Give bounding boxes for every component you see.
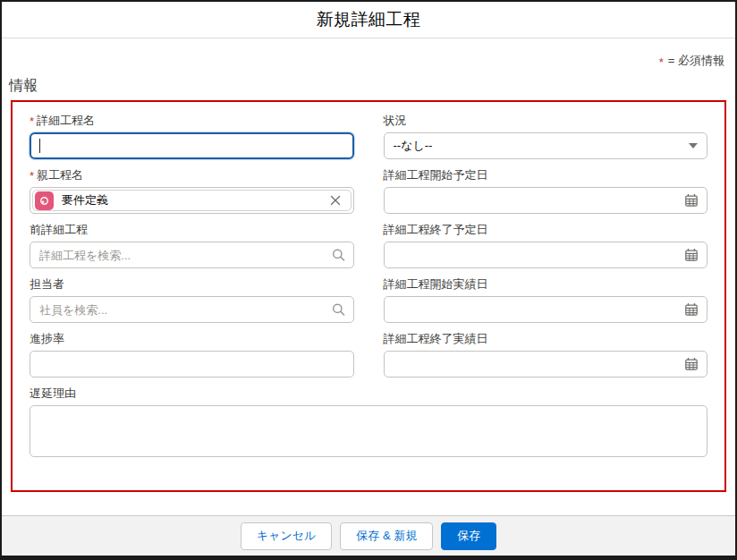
planned-end-date-input[interactable] bbox=[384, 242, 708, 268]
save-button[interactable]: 保存 bbox=[441, 522, 496, 550]
remove-pill-button[interactable] bbox=[327, 192, 343, 208]
field-label: 遅延理由 bbox=[30, 386, 707, 402]
field-status: 状況 --なし-- bbox=[384, 113, 708, 159]
selected-record-pill[interactable]: 要件定義 bbox=[32, 190, 352, 211]
modal-header: 新規詳細工程 bbox=[2, 2, 735, 38]
actual-end-date-input[interactable] bbox=[384, 351, 708, 378]
section-title-information: 情報 bbox=[2, 72, 735, 99]
pill-record-name: 要件定義 bbox=[62, 192, 327, 208]
field-progress-rate: 進捗率 bbox=[30, 331, 354, 378]
field-planned-end-date: 詳細工程終了予定日 bbox=[384, 222, 708, 268]
actual-start-date-input[interactable] bbox=[384, 296, 708, 323]
required-asterisk: * bbox=[30, 115, 34, 128]
calendar-icon[interactable] bbox=[684, 302, 699, 317]
status-selected-value: --なし-- bbox=[394, 138, 690, 154]
field-label: 詳細工程終了実績日 bbox=[384, 331, 708, 347]
field-parent-process: * 親工程名 要件定義 bbox=[30, 167, 354, 214]
text-caret bbox=[39, 139, 40, 153]
field-previous-detail-process: 前詳細工程 bbox=[30, 222, 354, 268]
field-label: 担当者 bbox=[30, 276, 354, 293]
chevron-down-icon bbox=[689, 143, 698, 148]
parent-process-lookup: 要件定義 bbox=[30, 187, 354, 214]
field-label: * 詳細工程名 bbox=[30, 113, 354, 129]
required-asterisk: * bbox=[659, 55, 664, 69]
field-label: 前詳細工程 bbox=[30, 222, 354, 238]
previous-detail-process-search-input[interactable] bbox=[30, 242, 354, 268]
modal-footer: キャンセル 保存 & 新規 保存 bbox=[2, 515, 735, 556]
field-assignee: 担当者 bbox=[30, 276, 354, 323]
required-note-text: = 必須情報 bbox=[668, 53, 724, 69]
detail-process-name-input[interactable] bbox=[30, 132, 354, 159]
calendar-icon[interactable] bbox=[684, 193, 699, 208]
field-label: 詳細工程開始予定日 bbox=[384, 167, 708, 183]
form-grid: * 詳細工程名 状況 --なし-- bbox=[30, 113, 707, 461]
form-highlight-box: * 詳細工程名 状況 --なし-- bbox=[11, 100, 726, 492]
field-delay-reason: 遅延理由 bbox=[30, 386, 707, 461]
field-planned-start-date: 詳細工程開始予定日 bbox=[384, 167, 708, 214]
field-detail-process-name: * 詳細工程名 bbox=[30, 113, 354, 159]
field-label: 状況 bbox=[384, 113, 708, 129]
progress-rate-input[interactable] bbox=[30, 351, 354, 378]
footer-spacer bbox=[2, 492, 735, 515]
close-icon bbox=[329, 194, 342, 207]
cancel-button[interactable]: キャンセル bbox=[241, 522, 333, 550]
field-label: 詳細工程開始実績日 bbox=[384, 276, 708, 293]
required-asterisk: * bbox=[30, 169, 34, 182]
field-actual-start-date: 詳細工程開始実績日 bbox=[384, 276, 708, 323]
field-label: * 親工程名 bbox=[30, 167, 354, 183]
status-combobox[interactable]: --なし-- bbox=[384, 132, 708, 159]
assignee-search-input[interactable] bbox=[30, 296, 354, 323]
delay-reason-textarea[interactable] bbox=[30, 405, 707, 457]
field-label: 進捗率 bbox=[30, 331, 354, 347]
planned-start-date-input[interactable] bbox=[384, 187, 708, 214]
record-object-icon bbox=[35, 191, 54, 210]
field-actual-end-date: 詳細工程終了実績日 bbox=[384, 331, 708, 378]
field-label: 詳細工程終了予定日 bbox=[384, 222, 708, 238]
save-and-new-button[interactable]: 保存 & 新規 bbox=[340, 522, 433, 550]
search-icon bbox=[332, 249, 345, 262]
page-title: 新規詳細工程 bbox=[317, 8, 421, 31]
calendar-icon[interactable] bbox=[684, 248, 699, 262]
required-info-note: * = 必須情報 bbox=[2, 38, 735, 72]
calendar-icon[interactable] bbox=[684, 357, 699, 371]
new-detail-process-modal: 新規詳細工程 * = 必須情報 情報 * 詳細工程名 状況 bbox=[0, 0, 737, 560]
search-icon bbox=[332, 303, 345, 317]
